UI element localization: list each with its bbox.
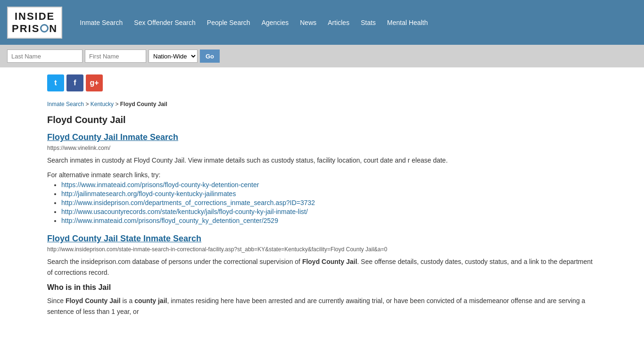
social-icons: t f g+ bbox=[0, 67, 644, 96]
section1: Floyd County Jail Inmate Search https://… bbox=[47, 132, 597, 165]
section3-description: Since Floyd County Jail is a county jail… bbox=[47, 296, 597, 317]
main-nav: Inmate Search Sex Offender Search People… bbox=[69, 15, 438, 30]
alt-link-5[interactable]: http://www.inmateaid.com/prisons/floyd_c… bbox=[61, 217, 278, 224]
header: INSIDE PRISN Inmate Search Sex Offender … bbox=[0, 0, 644, 45]
alt-link-1[interactable]: https://www.inmateaid.com/prisons/floyd-… bbox=[61, 181, 259, 189]
alt-link-4[interactable]: http://www.usacountyrecords.com/state/ke… bbox=[61, 208, 308, 215]
alt-links-intro: For alternative inmate search links, try… bbox=[47, 171, 597, 179]
section3-bold1: Floyd County Jail bbox=[66, 297, 121, 304]
last-name-input[interactable] bbox=[7, 49, 83, 63]
breadcrumb-separator2: > bbox=[115, 101, 120, 107]
breadcrumb-current: Floyd County Jail bbox=[120, 101, 167, 107]
google-plus-icon[interactable]: g+ bbox=[86, 74, 103, 91]
section2-title[interactable]: Floyd County Jail State Inmate Search bbox=[47, 234, 597, 244]
breadcrumb-inmate-search[interactable]: Inmate Search bbox=[47, 101, 84, 107]
section3-title: Who is in this Jail bbox=[47, 283, 597, 292]
section1-title[interactable]: Floyd County Jail Inmate Search bbox=[47, 132, 597, 142]
nav-inmate-search[interactable]: Inmate Search bbox=[74, 15, 128, 30]
nav-agencies[interactable]: Agencies bbox=[256, 15, 295, 30]
section1-url: https://www.vinelink.com/ bbox=[47, 145, 597, 151]
section3-part1: Since bbox=[47, 297, 66, 304]
section2-url: http://www.insideprison.com/state-inmate… bbox=[47, 246, 597, 253]
list-item: http://www.usacountyrecords.com/state/ke… bbox=[61, 208, 597, 215]
logo[interactable]: INSIDE PRISN bbox=[7, 7, 62, 39]
breadcrumb-kentucky[interactable]: Kentucky bbox=[91, 101, 114, 107]
logo-inside-text: INSIDE bbox=[15, 10, 55, 23]
nav-people-search[interactable]: People Search bbox=[201, 15, 256, 30]
section1-description: Search inmates in custody at Floyd Count… bbox=[47, 155, 597, 165]
breadcrumb: Inmate Search > Kentucky > Floyd County … bbox=[47, 101, 597, 107]
main-content: Inmate Search > Kentucky > Floyd County … bbox=[0, 96, 644, 326]
alt-links-list: https://www.inmateaid.com/prisons/floyd-… bbox=[47, 181, 597, 224]
list-item: http://www.inmateaid.com/prisons/floyd_c… bbox=[61, 217, 597, 224]
section2-desc-bold: Floyd County Jail bbox=[302, 258, 357, 265]
nav-mental-health[interactable]: Mental Health bbox=[381, 15, 433, 30]
first-name-input[interactable] bbox=[85, 49, 146, 63]
alt-link-2[interactable]: http://jailinmatesearch.org/floyd-county… bbox=[61, 190, 236, 197]
nav-articles[interactable]: Articles bbox=[322, 15, 355, 30]
facebook-icon[interactable]: f bbox=[66, 74, 83, 91]
search-bar: Nation-Wide Go bbox=[0, 45, 644, 67]
breadcrumb-separator1: > bbox=[85, 101, 90, 107]
alt-link-3[interactable]: http://www.insideprison.com/departments_… bbox=[61, 199, 315, 206]
go-button[interactable]: Go bbox=[200, 49, 220, 63]
section3-bold2: county jail bbox=[134, 297, 167, 304]
section2-description: Search the insideprison.com database of … bbox=[47, 256, 597, 278]
list-item: http://jailinmatesearch.org/floyd-county… bbox=[61, 190, 597, 197]
section2-desc-part1: Search the insideprison.com database of … bbox=[47, 258, 302, 265]
list-item: http://www.insideprison.com/departments_… bbox=[61, 199, 597, 206]
nation-select[interactable]: Nation-Wide bbox=[149, 49, 198, 63]
logo-o-icon bbox=[40, 24, 49, 33]
list-item: https://www.inmateaid.com/prisons/floyd-… bbox=[61, 181, 597, 189]
section3: Who is in this Jail Since Floyd County J… bbox=[47, 283, 597, 317]
nav-sex-offender-search[interactable]: Sex Offender Search bbox=[128, 15, 201, 30]
section3-part2: is a bbox=[121, 297, 135, 304]
page-title: Floyd County Jail bbox=[47, 115, 597, 125]
twitter-icon[interactable]: t bbox=[47, 74, 64, 91]
logo-prison-text: PRISN bbox=[12, 23, 58, 35]
nav-stats[interactable]: Stats bbox=[355, 15, 381, 30]
nav-news[interactable]: News bbox=[294, 15, 322, 30]
section2: Floyd County Jail State Inmate Search ht… bbox=[47, 234, 597, 278]
